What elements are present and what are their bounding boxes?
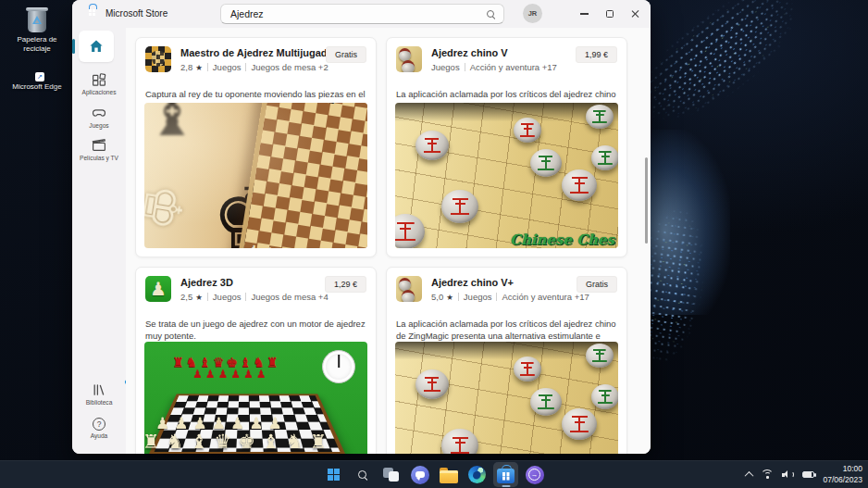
sidebar-label: Juegos	[89, 122, 108, 129]
desktop-icon-label: Microsoft Edge	[12, 82, 61, 92]
sidebar-label: Películas y TV	[80, 155, 118, 161]
apps-icon	[92, 72, 106, 87]
selected-indicator	[72, 39, 75, 54]
file-explorer-button[interactable]	[436, 462, 461, 487]
maximize-icon	[606, 10, 614, 18]
app-icon	[145, 46, 171, 72]
taskbar-clock[interactable]: 10:00 07/06/2023	[823, 464, 862, 484]
scrollbar-thumb[interactable]	[645, 157, 648, 244]
task-view-button[interactable]	[378, 462, 403, 487]
store-sidebar: Aplicaciones Juegos Películas y TV	[72, 28, 126, 454]
search-icon	[358, 470, 366, 479]
app-meta: Juegos Acción y aventura +17	[431, 62, 557, 72]
app-meta: 2,5★ Juegos Juegos de mesa +4	[180, 292, 329, 302]
clock-time: 10:00	[823, 464, 862, 474]
sidebar-item-help[interactable]: ? Ayuda	[72, 418, 126, 439]
screenshot-caption: Chinese Ches	[510, 231, 614, 248]
home-icon	[89, 39, 104, 54]
app-description: Se trata de un juego de ajedrez con un m…	[145, 319, 366, 343]
get-started-button[interactable]: →	[522, 462, 547, 487]
sidebar-label: Aplicaciones	[81, 89, 116, 95]
clapperboard-icon	[92, 138, 106, 153]
app-screenshot-xiangqi: Chinese Ches	[395, 342, 618, 454]
tray-chevron-icon[interactable]	[745, 471, 754, 481]
library-icon	[92, 382, 106, 397]
app-title: Ajedrez 3D	[180, 277, 233, 288]
active-app-indicator	[502, 485, 510, 488]
star-icon: ★	[195, 63, 203, 72]
app-title: Ajedrez chino V+	[431, 277, 514, 288]
app-screenshot-chess-photo: ♝ ♚ ♚ ♟♟♟♟♟♟♟♟	[144, 103, 367, 248]
sidebar-item-apps[interactable]: Aplicaciones	[72, 72, 126, 95]
app-icon	[396, 276, 422, 302]
recycle-bin-icon	[27, 7, 47, 32]
price-button[interactable]: 1,99 €	[576, 46, 617, 63]
app-card-ajedrez-chino-v[interactable]: Ajedrez chino V Juegos Acción y aventura…	[386, 37, 627, 257]
search-value: Ajedrez	[230, 8, 487, 19]
star-icon: ★	[446, 293, 453, 302]
windows-logo-icon	[328, 469, 333, 474]
start-button[interactable]	[321, 462, 346, 487]
desktop-icon-recycle-bin[interactable]: Papelera de reciclaje	[5, 7, 69, 54]
window-title: Microsoft Store	[105, 8, 167, 19]
maximize-button[interactable]	[597, 0, 623, 28]
app-meta: 5,0★ Juegos Acción y aventura +17	[431, 292, 589, 302]
search-results: Maestro de Ajedrez Multijugador 2,8★ Jue…	[126, 28, 651, 454]
window-controls	[571, 0, 649, 28]
app-card-ajedrez-3d[interactable]: ♟ Ajedrez 3D 2,5★ Juegos Juegos de mesa …	[135, 267, 377, 454]
price-button[interactable]: Gratis	[577, 276, 617, 293]
sidebar-item-home[interactable]	[79, 31, 114, 62]
sidebar-label: Ayuda	[91, 432, 108, 439]
folder-icon	[440, 470, 458, 483]
app-title: Ajedrez chino V	[431, 47, 508, 58]
sidebar-item-games[interactable]: Juegos	[72, 106, 126, 129]
edge-taskbar-button[interactable]	[465, 462, 490, 487]
search-icon[interactable]	[487, 10, 494, 18]
microsoft-store-window: Microsoft Store Ajedrez JR	[72, 0, 651, 454]
desktop: Papelera de reciclaje ↗ Microsoft Edge M…	[0, 0, 868, 488]
search-input[interactable]: Ajedrez	[220, 4, 504, 24]
sidebar-item-movies[interactable]: Películas y TV	[72, 138, 126, 161]
app-meta: 2,8★ Juegos Juegos de mesa +2	[180, 62, 329, 72]
volume-icon[interactable]	[782, 469, 794, 480]
app-screenshot-3d-chess: ♜♞♝♛♚♝♞♜ ♟♟♟♟♟♟ ♟♟♟♟♟♟♟ ♜♞♝♛♚♝♞♜	[144, 342, 367, 454]
desktop-icon-label: Papelera de reciclaje	[5, 35, 69, 54]
clock-graphic	[322, 350, 355, 383]
close-icon	[631, 9, 640, 19]
price-button[interactable]: Gratis	[326, 46, 366, 63]
app-icon: ♟	[145, 276, 171, 302]
app-card-maestro-de-ajedrez[interactable]: Maestro de Ajedrez Multijugador 2,8★ Jue…	[135, 37, 377, 257]
taskbar-center: →	[0, 461, 868, 488]
store-icon	[497, 469, 515, 483]
titlebar[interactable]: Microsoft Store Ajedrez JR	[72, 0, 651, 28]
clock-date: 07/06/2023	[823, 475, 862, 485]
chat-button[interactable]	[407, 462, 432, 487]
help-icon: ?	[93, 418, 105, 431]
minimize-button[interactable]	[571, 0, 597, 28]
app-screenshot-xiangqi: Chinese Ches	[395, 103, 618, 248]
app-icon	[396, 46, 422, 72]
close-button[interactable]	[623, 0, 649, 28]
get-started-icon: →	[526, 466, 544, 484]
edge-icon	[468, 466, 486, 483]
shortcut-arrow-icon: ↗	[35, 72, 44, 81]
system-tray: 10:00 07/06/2023	[746, 461, 862, 488]
task-view-icon	[383, 468, 399, 482]
app-title: Maestro de Ajedrez Multijugador	[180, 47, 338, 58]
store-taskbar-button[interactable]	[493, 462, 518, 487]
taskbar-search-button[interactable]	[350, 462, 375, 487]
desktop-icon-edge[interactable]: ↗ Microsoft Edge	[5, 80, 69, 92]
taskbar: → 10:00 07/06/2023	[0, 460, 868, 488]
star-icon: ★	[195, 293, 203, 302]
wifi-icon[interactable]	[761, 469, 774, 480]
sidebar-item-library[interactable]: Biblioteca	[72, 382, 126, 406]
app-card-ajedrez-chino-v-plus[interactable]: Ajedrez chino V+ 5,0★ Juegos Acción y av…	[386, 267, 627, 454]
chat-icon	[411, 466, 429, 484]
battery-icon[interactable]	[802, 471, 814, 478]
gamepad-icon	[92, 106, 106, 120]
price-button[interactable]: 1,29 €	[325, 276, 366, 293]
sidebar-label: Biblioteca	[86, 399, 113, 406]
minimize-icon	[580, 13, 589, 14]
account-avatar[interactable]: JR	[523, 4, 542, 23]
